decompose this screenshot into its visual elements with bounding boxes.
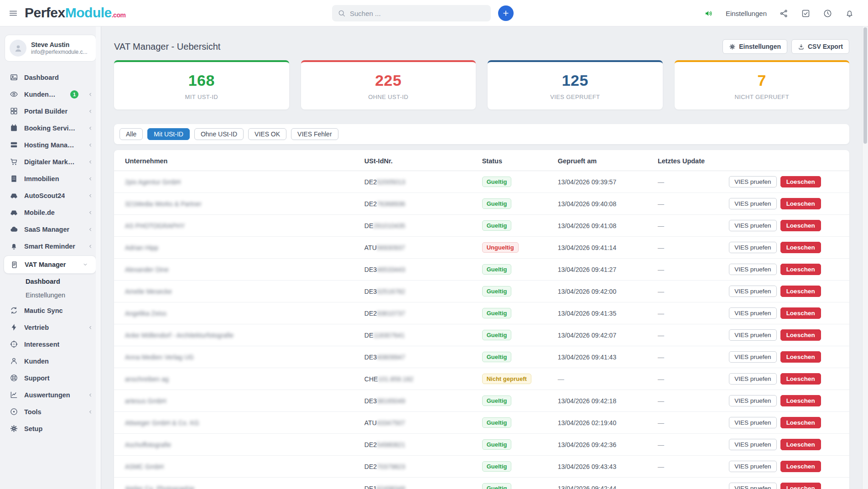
- vies-check-button[interactable]: VIES pruefen: [729, 176, 776, 187]
- checked-at: 13/04/2026 09:41:08: [552, 215, 652, 237]
- delete-button[interactable]: Loeschen: [780, 220, 821, 231]
- vies-check-button[interactable]: VIES pruefen: [729, 286, 776, 297]
- sidebar-item-vertrieb[interactable]: Vertrieb: [0, 319, 101, 336]
- check-square-icon[interactable]: [801, 9, 811, 18]
- add-button[interactable]: [498, 5, 514, 21]
- bolt-icon: [10, 323, 18, 332]
- sidebar-item-smart-reminder[interactable]: Smart Reminder: [0, 238, 101, 255]
- menu-icon[interactable]: [8, 8, 18, 18]
- sidebar-item-kundenaktivit-t[interactable]: Kundenaktivität 1: [0, 86, 101, 103]
- table-row: Anna Medien Verlag UG DE340809947 Guelti…: [114, 346, 849, 368]
- bell-nav-icon: [10, 242, 18, 250]
- sidebar-item-kunden[interactable]: Kunden: [0, 353, 101, 369]
- user-profile-card[interactable]: Steve Austin info@perfexmodule.c...: [5, 35, 96, 62]
- delete-button[interactable]: Loeschen: [780, 242, 821, 253]
- sidebar-item-mautic-sync[interactable]: Mautic Sync: [0, 302, 101, 319]
- filter-chip-ohne-ust-id[interactable]: Ohne USt-ID: [194, 128, 244, 140]
- bell-icon[interactable]: [845, 9, 854, 18]
- sidebar-subitem-dashboard[interactable]: Dashboard: [0, 275, 101, 288]
- delete-button[interactable]: Loeschen: [780, 483, 821, 489]
- sidebar-item-setup[interactable]: Setup: [0, 420, 101, 437]
- sidebar-item-interessent[interactable]: Interessent: [0, 336, 101, 353]
- vies-check-button[interactable]: VIES pruefen: [729, 417, 776, 428]
- sidebar-item-booking-service[interactable]: Booking Service: [0, 120, 101, 136]
- filter-chip-alle[interactable]: Alle: [120, 128, 143, 140]
- checked-at: 13/04/2026 09:39:57: [552, 171, 652, 193]
- csv-export-button[interactable]: CSV Export: [791, 39, 849, 54]
- grid-icon: [10, 107, 18, 115]
- vies-check-button[interactable]: VIES pruefen: [729, 351, 776, 363]
- vies-check-button[interactable]: VIES pruefen: [729, 373, 776, 385]
- delete-button[interactable]: Loeschen: [780, 176, 821, 187]
- sidebar-item-dashboard[interactable]: Dashboard: [0, 69, 101, 86]
- settings-button[interactable]: Einstellungen: [722, 39, 787, 54]
- sidebar-item-portal-builder[interactable]: Portal Builder: [0, 103, 101, 120]
- vies-check-button[interactable]: VIES pruefen: [729, 307, 776, 319]
- status-badge: Gueltig: [482, 177, 512, 187]
- sidebar-item-immobilien[interactable]: Immobilien: [0, 170, 101, 187]
- sidebar-item-saas-manager[interactable]: SaaS Manager: [0, 221, 101, 238]
- sidebar-item-label: Vertrieb: [24, 324, 49, 331]
- vat-id-prefix: DE1: [364, 485, 377, 489]
- avatar: [10, 40, 26, 57]
- vies-check-button[interactable]: VIES pruefen: [729, 329, 776, 341]
- stat-value: 168: [188, 72, 215, 89]
- table-row: Alexander Dine DE346533443 Gueltig 13/04…: [114, 259, 849, 281]
- delete-button[interactable]: Loeschen: [780, 264, 821, 275]
- delete-button[interactable]: Loeschen: [780, 461, 821, 472]
- sidebar-item-digitaler-marktplatz[interactable]: Digitaler Marktplatz: [0, 153, 101, 170]
- global-search[interactable]: [332, 5, 491, 21]
- vat-id-prefix: DE: [364, 332, 373, 339]
- sidebar-item-support[interactable]: Support: [0, 369, 101, 386]
- sidebar-item-autoscout24[interactable]: AutoScout24: [0, 187, 101, 204]
- download-icon: [798, 43, 805, 50]
- page-scrollbar[interactable]: [862, 26, 868, 489]
- sound-icon[interactable]: [704, 9, 713, 18]
- vies-check-button[interactable]: VIES pruefen: [729, 264, 776, 275]
- sidebar-item-tools[interactable]: Tools: [0, 403, 101, 420]
- vies-check-button[interactable]: VIES pruefen: [729, 439, 776, 450]
- filter-chip-vies-ok[interactable]: VIES OK: [248, 128, 286, 140]
- company-name: Aschoffotografie: [125, 441, 171, 448]
- table-row: AS PHOTOGRAPHY DE291010435 Gueltig 13/04…: [114, 215, 849, 237]
- last-update: —: [652, 456, 723, 478]
- vies-check-button[interactable]: VIES pruefen: [729, 395, 776, 406]
- vies-check-button[interactable]: VIES pruefen: [729, 242, 776, 253]
- sidebar-item-hosting-manager[interactable]: Hosting Manager: [0, 136, 101, 153]
- search-input[interactable]: [350, 10, 482, 17]
- sidebar-item-auswertungen[interactable]: Auswertungen: [0, 386, 101, 403]
- delete-button[interactable]: Loeschen: [780, 373, 821, 385]
- vies-check-button[interactable]: VIES pruefen: [729, 220, 776, 231]
- sidebar-subitem-einstellungen[interactable]: Einstellungen: [0, 288, 101, 302]
- sidebar-item-vat-manager[interactable]: VAT Manager: [4, 255, 96, 274]
- last-update: —: [652, 171, 723, 193]
- delete-button[interactable]: Loeschen: [780, 286, 821, 297]
- sidebar-scrollbar[interactable]: [96, 26, 101, 489]
- status-badge: Gueltig: [482, 308, 512, 318]
- scrollbar-thumb[interactable]: [863, 27, 867, 144]
- sync-icon: [10, 306, 18, 315]
- delete-button[interactable]: Loeschen: [780, 395, 821, 406]
- delete-button[interactable]: Loeschen: [780, 351, 821, 363]
- sidebar-item-mobile-de[interactable]: Mobile.de: [0, 204, 101, 221]
- filter-chip-vies-fehler[interactable]: VIES Fehler: [291, 128, 338, 140]
- delete-button[interactable]: Loeschen: [780, 307, 821, 319]
- delete-button[interactable]: Loeschen: [780, 198, 821, 209]
- company-name: Attweger GmbH & Co. KG: [125, 419, 199, 427]
- delete-button[interactable]: Loeschen: [780, 417, 821, 428]
- status-badge: Gueltig: [482, 198, 512, 209]
- share-icon[interactable]: [779, 9, 789, 18]
- gear-icon: [10, 424, 18, 433]
- last-update: —: [652, 237, 723, 259]
- delete-button[interactable]: Loeschen: [780, 439, 821, 450]
- delete-button[interactable]: Loeschen: [780, 329, 821, 341]
- vies-check-button[interactable]: VIES pruefen: [729, 461, 776, 472]
- stat-card-vies-geprueft: 125 VIES GEPRUEFT: [488, 60, 663, 109]
- vies-check-button[interactable]: VIES pruefen: [729, 198, 776, 209]
- vies-check-button[interactable]: VIES pruefen: [729, 483, 776, 489]
- clock-icon[interactable]: [823, 9, 832, 18]
- status-badge: Gueltig: [482, 417, 512, 428]
- app-logo[interactable]: PerfexModule.com: [25, 5, 125, 21]
- filter-chip-mit-ust-id[interactable]: Mit USt-ID: [147, 128, 190, 140]
- header-settings-link[interactable]: Einstellungen: [726, 10, 767, 17]
